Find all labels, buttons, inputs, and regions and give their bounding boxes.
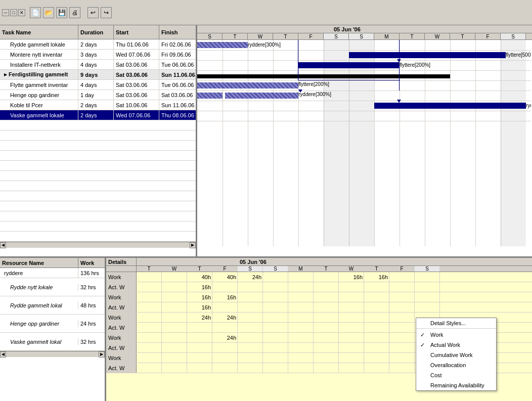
day-label-f: F (298, 33, 324, 39)
redo-icon[interactable]: ↪ (101, 7, 112, 18)
menu-label: Detail Styles... (430, 320, 466, 326)
details-cell (162, 363, 187, 373)
details-cell (238, 323, 263, 332)
day-label-t4: T (450, 33, 475, 39)
scroll-left-btn[interactable]: ◀ (0, 242, 6, 248)
details-cell (314, 343, 339, 352)
details-cell (263, 272, 288, 282)
menu-item-overallocation[interactable]: Overallocation (416, 360, 496, 370)
undo-icon[interactable]: ↩ (87, 7, 99, 18)
details-day-f2: F (389, 266, 415, 272)
menu-item-cost[interactable]: Cost (416, 370, 496, 380)
col-duration: Duration (78, 25, 114, 39)
resource-sub-row[interactable]: Vaske gammelt lokal 32 hrs (0, 333, 105, 351)
details-cell (314, 333, 339, 342)
details-row-label: Work (106, 272, 137, 282)
details-cell (339, 313, 364, 322)
resource-scroll-right[interactable]: ▶ (99, 351, 105, 358)
details-cell (314, 313, 339, 322)
resource-sub-row[interactable]: Henge opp gardiner 24 hrs (0, 315, 105, 333)
gantt-area: 05 Jun '06 S T W T F S S M T W T F S (197, 25, 532, 256)
menu-label: Actual Work (430, 342, 460, 348)
details-cell (212, 353, 238, 363)
details-cell (364, 323, 389, 332)
details-cell (162, 343, 187, 352)
details-cell (137, 272, 162, 282)
details-row-label: Work (106, 292, 137, 302)
task-row[interactable]: Rydde gammelt lokale 2 days Thu 01.06.06… (0, 39, 196, 50)
task-row-selected[interactable]: Vaske gammelt lokale 2 days Wed 07.06.06… (0, 110, 196, 120)
resource-sub-work: 48 hrs (78, 302, 106, 309)
task-row[interactable]: Installere IT-nettverk 4 days Sat 03.06.… (0, 60, 196, 70)
new-icon[interactable]: 📄 (30, 7, 41, 18)
details-cell (314, 292, 339, 302)
resource-work-header: Work (78, 258, 106, 268)
menu-item-work[interactable]: ✓ Work (416, 330, 496, 340)
details-cell: 16h (212, 292, 238, 302)
scroll-right-btn[interactable]: ▶ (190, 242, 196, 248)
details-cell (187, 323, 212, 332)
gantt-summary-bar (197, 74, 450, 78)
minimize-button[interactable]: ─ (2, 9, 9, 16)
close-button[interactable]: ✕ (18, 9, 25, 16)
task-row-summary[interactable]: ▸ Ferdigstilling gammelt 9 days Sat 03.0… (0, 70, 196, 80)
save-icon[interactable]: 💾 (56, 7, 67, 18)
details-label: Details (106, 258, 137, 265)
restore-button[interactable]: □ (10, 9, 17, 16)
open-icon[interactable]: 📂 (43, 7, 54, 18)
details-data-row: Act. W 16h (106, 282, 532, 292)
menu-item-detail-styles[interactable]: Detail Styles... (416, 318, 496, 329)
resource-row-main[interactable]: ryddere 136 hrs (0, 268, 105, 278)
details-cell (212, 323, 238, 332)
details-cell (162, 272, 187, 282)
resource-sub-row[interactable]: Rydde gammelt lokal 48 hrs (0, 296, 105, 315)
details-cell: 40h (187, 272, 212, 282)
task-start: Wed 07.06.06 (114, 50, 159, 59)
resource-sub-name: Henge opp gardiner (0, 320, 78, 327)
gantt-label-6: ryddere[300%] (298, 92, 331, 97)
details-cell (389, 272, 415, 282)
details-cell (263, 323, 288, 332)
details-cell (187, 343, 212, 352)
menu-item-cumulative-work[interactable]: Cumulative Work (416, 350, 496, 360)
details-day-f: F (212, 266, 238, 272)
task-row[interactable]: Flytte gammelt inventar 4 days Sat 03.06… (0, 80, 196, 90)
menu-label: Remaining Availability (430, 382, 484, 388)
menu-item-actual-work[interactable]: ✓ Actual Work (416, 340, 496, 350)
details-pane: Details 05 Jun '06 T W T F S S M T W T F… (106, 258, 532, 401)
task-start: Thu 01.06.06 (114, 39, 159, 49)
details-data-row: Work 16h 16h (106, 292, 532, 302)
gantt-bar-7 (374, 103, 526, 109)
details-cell: 16h (364, 272, 389, 282)
task-start: Sat 03.06.06 (114, 60, 159, 69)
details-cell (389, 323, 415, 332)
details-cell (364, 363, 389, 373)
task-duration: 3 days (78, 50, 114, 59)
resource-sub-work: 32 hrs (78, 284, 106, 291)
print-icon[interactable]: 🖨 (69, 7, 80, 18)
details-cell: 16h (339, 272, 364, 282)
resource-sub-row[interactable]: Rydde nytt lokale 32 hrs (0, 278, 105, 296)
task-row[interactable]: Henge opp gardiner 1 day Sat 03.06.06 Sa… (0, 90, 196, 100)
details-cell (288, 353, 314, 363)
resource-sub-name: Rydde nytt lokale (0, 284, 78, 291)
scrollbar[interactable]: ◀ ▶ (0, 242, 196, 248)
task-row-empty (0, 130, 196, 141)
details-cell (364, 343, 389, 352)
details-cell: 24h (212, 313, 238, 322)
task-row[interactable]: Koble til Pcer 2 days Sat 10.06.06 Sun 1… (0, 100, 196, 110)
menu-item-remaining-availability[interactable]: Remaining Availability (416, 380, 496, 390)
task-row[interactable]: Montere nytt inventar 3 days Wed 07.06.0… (0, 50, 196, 60)
task-row-empty (0, 201, 196, 211)
details-day-w: W (162, 266, 187, 272)
details-cell (339, 282, 364, 292)
details-cell (212, 282, 238, 292)
resource-scroll-left[interactable]: ◀ (0, 351, 6, 358)
details-cell (389, 302, 415, 312)
resource-scrollbar[interactable]: ◀ ▶ (0, 351, 105, 357)
details-day-s3: S (415, 266, 440, 272)
details-cell: 24h (187, 313, 212, 322)
details-cell: 16h (187, 282, 212, 292)
details-cell (364, 313, 389, 322)
task-name-cell: Vaske gammelt lokale (0, 110, 78, 120)
